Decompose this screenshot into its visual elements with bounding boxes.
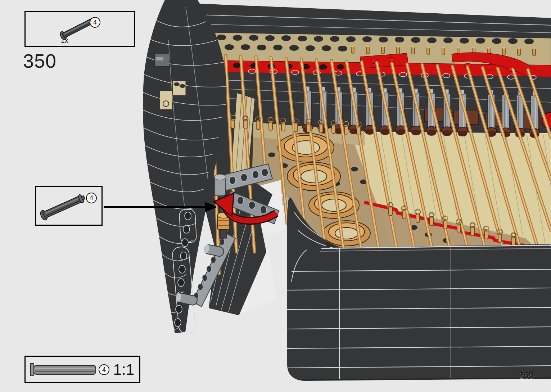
axle-connector [214,174,225,196]
axle-part-drawing [26,12,134,46]
axle-length-badge: 4 [99,364,109,375]
axle-4-actual-size-icon [31,364,96,376]
page-number: 265 [519,371,534,380]
parts-box: 4 1x [24,11,135,47]
axle-length-value: 4 [93,19,97,26]
part-quantity: 1x [61,36,68,45]
axle-length-badge: 4 [90,17,100,28]
axle-length-badge: 4 [86,193,97,203]
axle-length-value: 4 [102,366,106,374]
axle-length-value: 4 [90,194,93,202]
gray-corner-piece-highlight [156,57,163,60]
axle-4-with-stop-icon [39,193,86,221]
assembly-callout-box: 4 [35,186,103,226]
instruction-page: 4 1x 350 4 [0,0,551,392]
scale-reference-box: 4 1:1 [24,356,140,383]
step-number: 350 [23,50,57,72]
scale-label: 1:1 [113,361,134,378]
